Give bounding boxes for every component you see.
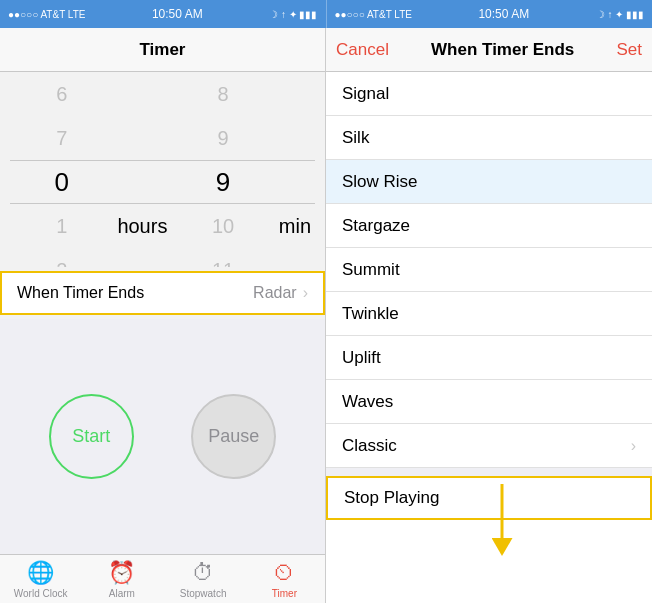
list-item-stop-playing-text: Stop Playing: [344, 488, 634, 508]
list-item-stargaze-text: Stargaze: [342, 216, 636, 236]
buttons-area: Start Pause: [0, 319, 325, 554]
tab-stopwatch[interactable]: ⏱ Stopwatch: [163, 555, 244, 603]
list-item-stop-playing[interactable]: Stop Playing: [326, 476, 652, 520]
list-item-signal-text: Signal: [342, 84, 636, 104]
right-panel-body: Signal Silk Slow Rise Stargaze Summit: [326, 72, 652, 603]
time-left: 10:50 AM: [85, 7, 269, 21]
right-panel: Cancel When Timer Ends Set Signal Silk S…: [326, 28, 652, 603]
left-nav-title: Timer: [140, 40, 186, 60]
alarm-label: Alarm: [109, 588, 135, 599]
when-timer-label: When Timer Ends: [17, 284, 253, 302]
hours-label-col: hours: [113, 160, 171, 267]
list-item-slow-rise-text: Slow Rise: [342, 172, 636, 192]
minutes-column[interactable]: 8 9 9 10 11: [171, 72, 274, 267]
min-num-9-above: 9: [218, 116, 229, 160]
list-item-uplift[interactable]: Uplift: [326, 336, 652, 380]
status-bar: ●●○○○ AT&T LTE 10:50 AM ☽ ↑ ✦ ▮▮▮ ●●○○○ …: [0, 0, 652, 28]
timer-icon: ⏲: [273, 560, 295, 586]
list-item-twinkle-text: Twinkle: [342, 304, 636, 324]
status-bar-left: ●●○○○ AT&T LTE 10:50 AM ☽ ↑ ✦ ▮▮▮: [0, 0, 326, 28]
min-label: min: [279, 215, 311, 238]
main-content: Timer 6 7 0 1 2 hours 8: [0, 28, 652, 603]
timer-picker[interactable]: 6 7 0 1 2 hours 8 9 9 10 11: [0, 72, 325, 267]
min-num-8: 8: [218, 72, 229, 116]
list-item-uplift-text: Uplift: [342, 348, 636, 368]
set-button[interactable]: Set: [616, 40, 642, 60]
min-num-11: 11: [212, 248, 234, 267]
hour-num-7: 7: [56, 116, 67, 160]
list-item-classic[interactable]: Classic ›: [326, 424, 652, 468]
when-timer-value: Radar: [253, 284, 297, 302]
world-clock-label: World Clock: [14, 588, 68, 599]
list-item-signal[interactable]: Signal: [326, 72, 652, 116]
when-timer-chevron: ›: [303, 284, 308, 302]
list-item-silk-text: Silk: [342, 128, 636, 148]
list-item-stargaze[interactable]: Stargaze: [326, 204, 652, 248]
hour-num-0-selected: 0: [54, 160, 68, 204]
right-nav-title: When Timer Ends: [389, 40, 617, 60]
left-nav-bar: Timer: [0, 28, 325, 72]
icons-left: ☽ ↑ ✦ ▮▮▮: [269, 9, 317, 20]
world-clock-icon: 🌐: [27, 560, 54, 586]
left-panel: Timer 6 7 0 1 2 hours 8: [0, 28, 326, 603]
timer-sound-list: Signal Silk Slow Rise Stargaze Summit: [326, 72, 652, 603]
when-timer-ends-row[interactable]: When Timer Ends Radar ›: [0, 271, 325, 315]
start-button[interactable]: Start: [49, 394, 134, 479]
timer-label: Timer: [272, 588, 297, 599]
hour-num-1: 1: [56, 204, 67, 248]
list-item-slow-rise[interactable]: Slow Rise: [326, 160, 652, 204]
alarm-icon: ⏰: [108, 560, 135, 586]
stopwatch-icon: ⏱: [192, 560, 214, 586]
stopwatch-label: Stopwatch: [180, 588, 227, 599]
list-item-silk[interactable]: Silk: [326, 116, 652, 160]
time-right: 10:50 AM: [412, 7, 596, 21]
list-item-summit[interactable]: Summit: [326, 248, 652, 292]
list-item-waves[interactable]: Waves: [326, 380, 652, 424]
min-num-10: 10: [212, 204, 234, 248]
list-separator: [326, 468, 652, 476]
carrier-right: ●●○○○ AT&T LTE: [335, 9, 412, 20]
right-nav-bar: Cancel When Timer Ends Set: [326, 28, 652, 72]
icons-right: ☽ ↑ ✦ ▮▮▮: [596, 9, 644, 20]
min-label-col: min: [275, 160, 315, 267]
tab-bar: 🌐 World Clock ⏰ Alarm ⏱ Stopwatch ⏲ Time…: [0, 554, 325, 603]
list-item-classic-text: Classic: [342, 436, 631, 456]
hours-column[interactable]: 6 7 0 1 2: [10, 72, 113, 267]
carrier-left: ●●○○○ AT&T LTE: [8, 9, 85, 20]
pause-button[interactable]: Pause: [191, 394, 276, 479]
hours-label: hours: [117, 215, 167, 238]
list-item-twinkle[interactable]: Twinkle: [326, 292, 652, 336]
list-item-summit-text: Summit: [342, 260, 636, 280]
tab-timer[interactable]: ⏲ Timer: [244, 555, 325, 603]
cancel-button[interactable]: Cancel: [336, 40, 389, 60]
tab-alarm[interactable]: ⏰ Alarm: [81, 555, 162, 603]
hour-num-6: 6: [56, 72, 67, 116]
hour-num-2: 2: [56, 248, 67, 267]
tab-world-clock[interactable]: 🌐 World Clock: [0, 555, 81, 603]
status-bar-right: ●●○○○ AT&T LTE 10:50 AM ☽ ↑ ✦ ▮▮▮: [326, 0, 653, 28]
classic-chevron-icon: ›: [631, 437, 636, 455]
list-item-waves-text: Waves: [342, 392, 636, 412]
min-num-9-selected: 9: [216, 160, 230, 204]
